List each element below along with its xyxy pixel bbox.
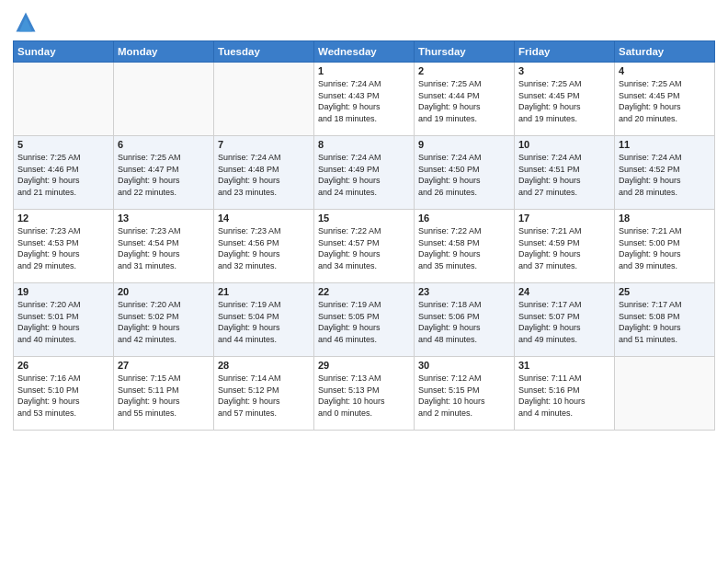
day-info: Sunrise: 7:25 AM Sunset: 4:46 PM Dayligh… <box>17 152 109 198</box>
day-number: 3 <box>518 65 610 76</box>
day-info: Sunrise: 7:24 AM Sunset: 4:49 PM Dayligh… <box>318 152 410 198</box>
day-cell: 7Sunrise: 7:24 AM Sunset: 4:48 PM Daylig… <box>214 136 314 210</box>
day-cell: 30Sunrise: 7:12 AM Sunset: 5:15 PM Dayli… <box>415 357 515 431</box>
day-info: Sunrise: 7:23 AM Sunset: 4:53 PM Dayligh… <box>17 225 109 271</box>
day-number: 22 <box>318 286 410 297</box>
day-info: Sunrise: 7:18 AM Sunset: 5:06 PM Dayligh… <box>418 299 510 345</box>
calendar-header: SundayMondayTuesdayWednesdayThursdayFrid… <box>14 41 715 63</box>
day-number: 18 <box>619 213 711 224</box>
day-cell <box>615 357 715 431</box>
day-cell: 19Sunrise: 7:20 AM Sunset: 5:01 PM Dayli… <box>14 283 114 357</box>
day-cell: 27Sunrise: 7:15 AM Sunset: 5:11 PM Dayli… <box>114 357 214 431</box>
day-cell: 15Sunrise: 7:22 AM Sunset: 4:57 PM Dayli… <box>314 210 415 283</box>
day-info: Sunrise: 7:25 AM Sunset: 4:45 PM Dayligh… <box>518 78 610 124</box>
header-row: SundayMondayTuesdayWednesdayThursdayFrid… <box>14 41 715 63</box>
day-info: Sunrise: 7:21 AM Sunset: 5:00 PM Dayligh… <box>619 225 711 271</box>
day-info: Sunrise: 7:24 AM Sunset: 4:51 PM Dayligh… <box>518 152 610 198</box>
day-number: 13 <box>118 213 210 224</box>
day-cell: 4Sunrise: 7:25 AM Sunset: 4:45 PM Daylig… <box>615 63 715 136</box>
day-number: 23 <box>418 286 510 297</box>
day-number: 20 <box>118 286 210 297</box>
day-cell: 12Sunrise: 7:23 AM Sunset: 4:53 PM Dayli… <box>14 210 114 283</box>
day-info: Sunrise: 7:17 AM Sunset: 5:08 PM Dayligh… <box>619 299 711 345</box>
day-number: 4 <box>619 65 711 76</box>
day-number: 11 <box>619 139 711 150</box>
week-row-4: 19Sunrise: 7:20 AM Sunset: 5:01 PM Dayli… <box>14 283 715 357</box>
header-cell-thursday: Thursday <box>415 41 515 63</box>
day-info: Sunrise: 7:24 AM Sunset: 4:48 PM Dayligh… <box>218 152 310 198</box>
day-number: 30 <box>418 360 510 371</box>
calendar-table: SundayMondayTuesdayWednesdayThursdayFrid… <box>13 40 715 431</box>
day-number: 21 <box>218 286 310 297</box>
day-info: Sunrise: 7:15 AM Sunset: 5:11 PM Dayligh… <box>118 373 210 419</box>
day-info: Sunrise: 7:25 AM Sunset: 4:45 PM Dayligh… <box>619 78 711 124</box>
day-info: Sunrise: 7:24 AM Sunset: 4:50 PM Dayligh… <box>418 152 510 198</box>
day-cell: 29Sunrise: 7:13 AM Sunset: 5:13 PM Dayli… <box>314 357 415 431</box>
day-cell: 21Sunrise: 7:19 AM Sunset: 5:04 PM Dayli… <box>214 283 314 357</box>
day-number: 9 <box>418 139 510 150</box>
week-row-2: 5Sunrise: 7:25 AM Sunset: 4:46 PM Daylig… <box>14 136 715 210</box>
day-cell: 23Sunrise: 7:18 AM Sunset: 5:06 PM Dayli… <box>415 283 515 357</box>
day-cell: 13Sunrise: 7:23 AM Sunset: 4:54 PM Dayli… <box>114 210 214 283</box>
day-cell: 8Sunrise: 7:24 AM Sunset: 4:49 PM Daylig… <box>314 136 415 210</box>
logo-icon <box>13 9 39 35</box>
week-row-1: 1Sunrise: 7:24 AM Sunset: 4:43 PM Daylig… <box>14 63 715 136</box>
day-number: 19 <box>17 286 109 297</box>
header-cell-sunday: Sunday <box>14 41 114 63</box>
page: SundayMondayTuesdayWednesdayThursdayFrid… <box>0 0 728 563</box>
day-cell: 9Sunrise: 7:24 AM Sunset: 4:50 PM Daylig… <box>415 136 515 210</box>
day-cell: 6Sunrise: 7:25 AM Sunset: 4:47 PM Daylig… <box>114 136 214 210</box>
header-cell-friday: Friday <box>515 41 615 63</box>
header-cell-saturday: Saturday <box>615 41 715 63</box>
day-number: 16 <box>418 213 510 224</box>
day-number: 10 <box>518 139 610 150</box>
day-info: Sunrise: 7:20 AM Sunset: 5:01 PM Dayligh… <box>17 299 109 345</box>
day-number: 31 <box>518 360 610 371</box>
day-cell: 14Sunrise: 7:23 AM Sunset: 4:56 PM Dayli… <box>214 210 314 283</box>
day-info: Sunrise: 7:23 AM Sunset: 4:54 PM Dayligh… <box>118 225 210 271</box>
day-number: 26 <box>17 360 109 371</box>
day-number: 14 <box>218 213 310 224</box>
day-info: Sunrise: 7:21 AM Sunset: 4:59 PM Dayligh… <box>518 225 610 271</box>
day-info: Sunrise: 7:25 AM Sunset: 4:44 PM Dayligh… <box>418 78 510 124</box>
day-number: 12 <box>17 213 109 224</box>
day-cell: 1Sunrise: 7:24 AM Sunset: 4:43 PM Daylig… <box>314 63 415 136</box>
day-info: Sunrise: 7:22 AM Sunset: 4:58 PM Dayligh… <box>418 225 510 271</box>
day-number: 7 <box>218 139 310 150</box>
day-cell <box>214 63 314 136</box>
day-number: 8 <box>318 139 410 150</box>
day-info: Sunrise: 7:22 AM Sunset: 4:57 PM Dayligh… <box>318 225 410 271</box>
day-cell: 16Sunrise: 7:22 AM Sunset: 4:58 PM Dayli… <box>415 210 515 283</box>
day-info: Sunrise: 7:14 AM Sunset: 5:12 PM Dayligh… <box>218 373 310 419</box>
day-info: Sunrise: 7:19 AM Sunset: 5:05 PM Dayligh… <box>318 299 410 345</box>
day-cell: 11Sunrise: 7:24 AM Sunset: 4:52 PM Dayli… <box>615 136 715 210</box>
week-row-3: 12Sunrise: 7:23 AM Sunset: 4:53 PM Dayli… <box>14 210 715 283</box>
day-number: 6 <box>118 139 210 150</box>
header-cell-monday: Monday <box>114 41 214 63</box>
day-info: Sunrise: 7:25 AM Sunset: 4:47 PM Dayligh… <box>118 152 210 198</box>
day-cell: 25Sunrise: 7:17 AM Sunset: 5:08 PM Dayli… <box>615 283 715 357</box>
day-number: 24 <box>518 286 610 297</box>
day-info: Sunrise: 7:11 AM Sunset: 5:16 PM Dayligh… <box>518 373 610 419</box>
day-cell: 26Sunrise: 7:16 AM Sunset: 5:10 PM Dayli… <box>14 357 114 431</box>
day-number: 28 <box>218 360 310 371</box>
day-info: Sunrise: 7:23 AM Sunset: 4:56 PM Dayligh… <box>218 225 310 271</box>
day-info: Sunrise: 7:19 AM Sunset: 5:04 PM Dayligh… <box>218 299 310 345</box>
day-cell: 31Sunrise: 7:11 AM Sunset: 5:16 PM Dayli… <box>515 357 615 431</box>
day-cell: 22Sunrise: 7:19 AM Sunset: 5:05 PM Dayli… <box>314 283 415 357</box>
header-cell-tuesday: Tuesday <box>214 41 314 63</box>
day-number: 5 <box>17 139 109 150</box>
header-cell-wednesday: Wednesday <box>314 41 415 63</box>
day-info: Sunrise: 7:12 AM Sunset: 5:15 PM Dayligh… <box>418 373 510 419</box>
day-number: 1 <box>318 65 410 76</box>
day-cell: 17Sunrise: 7:21 AM Sunset: 4:59 PM Dayli… <box>515 210 615 283</box>
day-cell: 10Sunrise: 7:24 AM Sunset: 4:51 PM Dayli… <box>515 136 615 210</box>
day-number: 27 <box>118 360 210 371</box>
day-cell: 18Sunrise: 7:21 AM Sunset: 5:00 PM Dayli… <box>615 210 715 283</box>
day-number: 15 <box>318 213 410 224</box>
day-cell: 5Sunrise: 7:25 AM Sunset: 4:46 PM Daylig… <box>14 136 114 210</box>
day-number: 25 <box>619 286 711 297</box>
day-info: Sunrise: 7:24 AM Sunset: 4:43 PM Dayligh… <box>318 78 410 124</box>
day-cell: 2Sunrise: 7:25 AM Sunset: 4:44 PM Daylig… <box>415 63 515 136</box>
day-number: 2 <box>418 65 510 76</box>
